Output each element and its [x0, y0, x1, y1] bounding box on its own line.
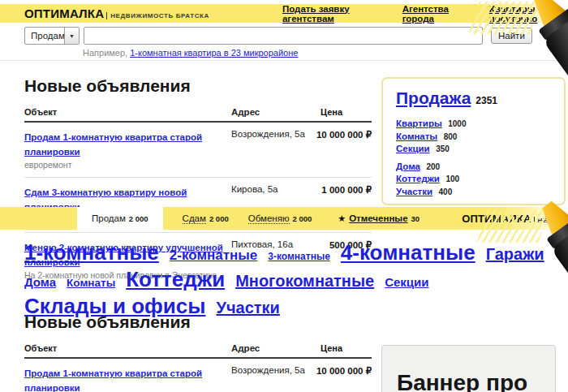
deal-tabs-bar: Продам 2 000 Сдам 2 000 Обменяю 2 000 ★ … — [0, 207, 568, 230]
cloud-link-2room[interactable]: 2-комнатные — [170, 248, 257, 264]
col-price: Цена — [311, 343, 372, 353]
listing-address: Возрождения, 5а — [231, 365, 311, 392]
category-link-rooms[interactable]: Комнаты — [396, 131, 437, 141]
sale-categories-panel: Продажа 2351 Квартиры 1000 Комнаты 800 С… — [381, 77, 566, 205]
list-item: Участки 400 — [396, 185, 551, 198]
list-item: Комнаты 800 — [396, 130, 551, 143]
cloud-link-multiroom[interactable]: Многокомнатные — [235, 271, 374, 291]
list-item: Гаражи 100 — [396, 202, 551, 205]
tab-count: 2 000 — [293, 214, 312, 223]
cloud-link-4room[interactable]: 4-комнатные — [341, 240, 475, 265]
category-link-plots[interactable]: Участки — [396, 187, 432, 196]
category-count: 800 — [444, 132, 458, 141]
site-logo[interactable]: ОПТИМАЛКА НЕДВИЖИМОСТЬ БРАТСКА — [24, 6, 209, 20]
listing-link[interactable]: Продам 1-комнатную кваритра старой плани… — [24, 368, 202, 392]
brand-name: ОПТИМАЛКА — [462, 213, 531, 225]
listing-price: 10 000 000 ₽ — [311, 129, 372, 170]
category-count: 100 — [445, 174, 459, 183]
nav-link-daily-rent[interactable]: Квартиры посуточно — [489, 4, 568, 24]
search-area: Продам ▼ Найти Например, 1-комнатная ква… — [24, 27, 532, 58]
deal-tabs: Продам 2 000 Сдам 2 000 Обменяю 2 000 ★ … — [0, 207, 420, 230]
brand-tagline: НЕДВИЖИМОСТЬ БРАТСКА — [534, 217, 568, 224]
listing-link[interactable]: Продам 1-комнатную кваритра старой плани… — [24, 132, 202, 157]
deal-type-select[interactable]: Продам ▼ — [24, 27, 80, 45]
cloud-link-houses[interactable]: Дома — [24, 275, 56, 290]
cloud-link-warehouses[interactable]: Склады и офисы — [24, 294, 206, 319]
banner-text: Баннер про — [397, 370, 555, 392]
search-hint: Например, 1-комнатная квартира в 23 микр… — [83, 48, 532, 58]
hint-example-link[interactable]: 1-комнатная квартира в 23 микрорайоне — [130, 48, 298, 58]
nav-link-submit-request[interactable]: Подать заявку агентствам — [282, 4, 381, 24]
category-group: Квартиры 1000 Комнаты 800 Секции 350 — [396, 117, 551, 155]
list-item: Коттеджи 100 — [396, 172, 551, 185]
list-item: Квартиры 1000 — [396, 117, 551, 130]
list-item: Секции 350 — [396, 142, 551, 155]
header-divider — [0, 60, 568, 61]
col-price: Цена — [311, 107, 372, 117]
category-link-garages[interactable]: Гаражи — [396, 204, 429, 205]
tab-favorites[interactable]: ★ Отмеченные 30 — [338, 213, 420, 224]
nav-link-city-agencies[interactable]: Агентства города — [402, 4, 468, 24]
site-logo-secondary[interactable]: ОПТИМАЛКА НЕДВИЖИМОСТЬ БРАТСКА — [462, 213, 568, 225]
cloud-link-1room[interactable]: 1-комнатные — [24, 240, 159, 265]
tab-exchange[interactable]: Обменяю 2 000 — [248, 213, 312, 224]
header-bar: ОПТИМАЛКА НЕДВИЖИМОСТЬ БРАТСКА Подать за… — [0, 4, 568, 23]
category-link-sections[interactable]: Секции — [396, 144, 430, 153]
section-title: Новые объявления — [24, 76, 372, 96]
category-tag-cloud: 1-комнатные 2-комнатные 3-комнатные 4-ко… — [24, 240, 556, 320]
cloud-link-rooms[interactable]: Комнаты — [67, 277, 115, 290]
tab-sell[interactable]: Продам 2 000 — [77, 207, 163, 230]
brand-name: ОПТИМАЛКА — [24, 6, 104, 20]
table-header: Объект Адрес Цена — [24, 343, 372, 359]
list-item: Дома 200 — [396, 160, 551, 173]
col-address: Адрес — [231, 343, 311, 353]
hint-prefix: Например, — [83, 48, 127, 58]
col-address: Адрес — [231, 107, 311, 117]
category-link-houses[interactable]: Дома — [396, 162, 420, 171]
category-count: 350 — [436, 144, 450, 153]
search-button[interactable]: Найти — [491, 28, 532, 44]
sale-heading-link[interactable]: Продажа — [396, 88, 471, 108]
listing-price: 10 000 000 ₽ — [311, 365, 372, 392]
col-object: Объект — [24, 107, 231, 117]
listing-note: евроремонт — [24, 160, 225, 170]
search-input[interactable] — [84, 27, 483, 45]
category-count: 200 — [426, 162, 440, 171]
cloud-link-3room[interactable]: 3-комнатные — [268, 251, 330, 262]
cloud-link-plots[interactable]: Участки — [217, 298, 280, 317]
col-object: Объект — [24, 343, 231, 353]
cloud-link-sections[interactable]: Секции — [385, 275, 428, 290]
brand-tagline: НЕДВИЖИМОСТЬ БРАТСКА — [106, 12, 209, 19]
table-row: Продам 1-комнатную кваритра старой плани… — [24, 123, 372, 178]
tab-count: 2 000 — [129, 214, 148, 223]
table-header: Объект Адрес Цена — [24, 107, 372, 123]
chevron-down-icon[interactable]: ▼ — [64, 28, 79, 44]
category-link-cottages[interactable]: Коттеджи — [396, 174, 440, 183]
star-icon: ★ — [338, 213, 346, 224]
cloud-link-cottages[interactable]: Коттеджи — [126, 267, 225, 292]
top-nav: Подать заявку агентствам Агентства город… — [282, 4, 568, 24]
tab-rent[interactable]: Сдам 2 000 — [183, 213, 229, 224]
listing-address: Возрождения, 5а — [231, 129, 311, 170]
category-group: Гаражи 100 Коммерческая недвижимость 50 — [396, 202, 551, 205]
category-count: 1000 — [448, 119, 466, 128]
category-link-apartments[interactable]: Квартиры — [396, 118, 442, 128]
tab-count: 2 000 — [209, 214, 229, 223]
deal-type-value: Продам — [25, 28, 64, 44]
new-listings-section: Новые объявления Объект Адрес Цена Прода… — [24, 312, 372, 392]
table-row: Продам 1-комнатную кваритра старой плани… — [24, 359, 372, 392]
listings-table: Объект Адрес Цена Продам 1-комнатную ква… — [24, 343, 372, 392]
sale-heading-count: 2351 — [475, 95, 497, 106]
tab-count: 30 — [411, 214, 420, 223]
cloud-link-garages[interactable]: Гаражи — [486, 244, 544, 264]
category-group: Дома 200 Коттеджи 100 Участки 400 — [396, 160, 551, 198]
category-count: 100 — [436, 205, 450, 205]
category-count: 400 — [439, 187, 453, 196]
ad-banner-placeholder[interactable]: Баннер про — [381, 345, 556, 392]
